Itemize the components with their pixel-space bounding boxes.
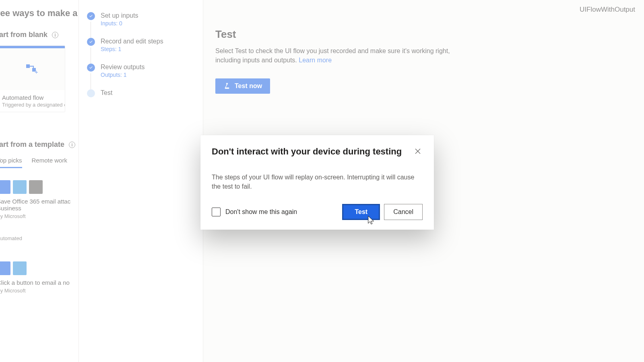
test-warning-dialog: Don't interact with your device during t… xyxy=(200,135,434,230)
dialog-body: The steps of your UI flow will replay on… xyxy=(212,173,423,191)
test-button[interactable]: Test xyxy=(342,204,380,220)
dialog-title: Don't interact with your device during t… xyxy=(212,146,402,157)
checkbox-label: Don't show me this again xyxy=(225,208,297,216)
close-icon xyxy=(415,148,421,154)
checkbox-icon xyxy=(212,208,221,216)
dialog-close-button[interactable] xyxy=(413,146,423,157)
cancel-button[interactable]: Cancel xyxy=(384,204,423,220)
dont-show-again-checkbox[interactable]: Don't show me this again xyxy=(212,208,342,216)
